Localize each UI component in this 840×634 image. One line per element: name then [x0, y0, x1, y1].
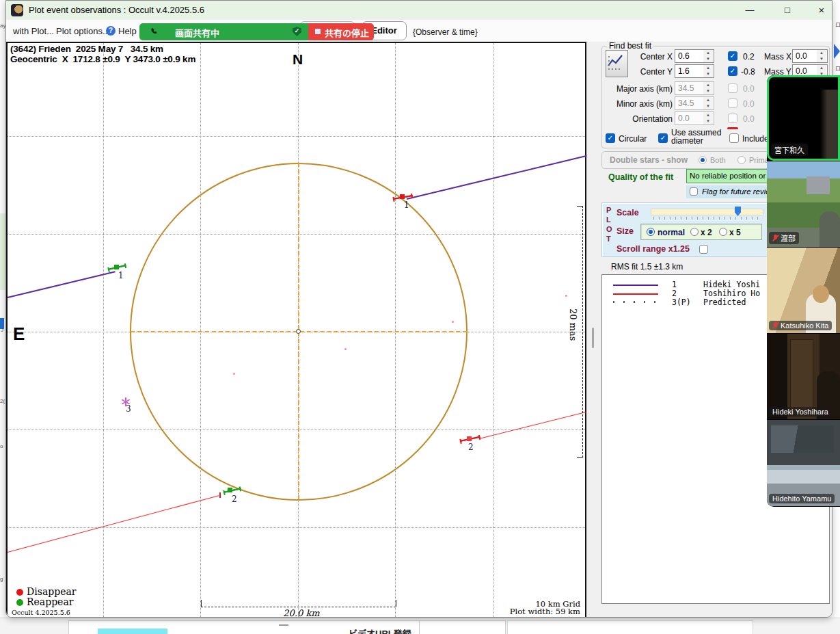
double-stars-primary-radio	[737, 156, 746, 164]
scale-bar-line	[201, 607, 396, 607]
reappear-marker-1[interactable]	[114, 265, 119, 269]
building-fragment	[807, 176, 830, 194]
legend-name: Toshihiro Ho	[703, 289, 760, 298]
center-x-label: Center X	[625, 52, 673, 62]
chord-2-line-left	[8, 495, 219, 553]
mass-x-input[interactable]: 0.0▲▼	[792, 49, 828, 63]
minor-axis-offset: 0.0	[743, 99, 755, 109]
video-tile[interactable]: 宮下和久	[767, 75, 840, 161]
participant-silhouette	[820, 90, 838, 159]
minimize-button[interactable]: —	[739, 3, 761, 18]
scroll-range-label: Scroll range x1.25	[617, 244, 690, 254]
scale-bar-label: 20.0 km	[271, 608, 332, 618]
help-icon[interactable]: ?	[106, 26, 116, 36]
circular-label: Circular	[619, 134, 647, 144]
participant-silhouette	[819, 211, 840, 247]
plot-canvas[interactable]: (3642) Frieden 2025 May 7 34.5 km Geocen…	[6, 42, 586, 618]
video-tile[interactable]: Hidehito Yamamu	[767, 420, 840, 506]
legend-num: 3(P)	[672, 298, 691, 307]
double-stars-both-label: Both	[710, 156, 726, 164]
spinner[interactable]: ▲▼	[703, 65, 713, 77]
spinner: ▲▼	[703, 82, 713, 94]
stop-share-button[interactable]: 共有の停止	[308, 23, 374, 40]
field-star-dot	[344, 348, 347, 350]
door-fragment	[790, 339, 813, 414]
reappear-label: Reappear	[27, 596, 73, 607]
flag-review-checkbox[interactable]	[690, 187, 698, 196]
spinner[interactable]: ▲▼	[817, 50, 826, 62]
scale-slider-track[interactable]	[651, 209, 763, 215]
legend-name: Predicted	[703, 298, 746, 307]
legend-num: 1	[672, 280, 677, 289]
menu-help[interactable]: Help	[118, 26, 137, 36]
center-x-checkbox[interactable]: ✓	[728, 51, 737, 61]
menu-with-plot[interactable]: with Plot...	[13, 26, 54, 36]
participant-name: Katsuhiko Kita	[781, 321, 828, 330]
participant-name: 渡部	[781, 233, 796, 243]
background-scroll-dash[interactable]	[279, 624, 288, 626]
chord-label: 2	[468, 443, 474, 452]
chord-2-line-right	[479, 412, 586, 439]
center-y-checkbox[interactable]: ✓	[728, 66, 737, 76]
size-normal-radio[interactable]	[647, 228, 655, 236]
disappear-marker-2[interactable]	[467, 436, 472, 441]
sharing-label: 画面共有中	[175, 26, 219, 39]
major-axis-input: 34.5▲▼	[675, 81, 714, 95]
background-window-bottom: ビデオURL登録	[0, 618, 840, 634]
center-y-input[interactable]: 1.6▲▼	[675, 64, 714, 78]
scale-slider-ticks	[653, 217, 761, 220]
mass-x-label: Mass X	[764, 52, 791, 62]
chord-label: 1	[404, 200, 409, 210]
video-tile[interactable]: Katsuhiko Kita	[767, 248, 840, 333]
gridline-v	[103, 43, 104, 617]
minor-axis-value: 34.5	[678, 98, 694, 108]
disappear-marker-1[interactable]	[400, 194, 405, 199]
video-tile[interactable]: Hideki Yoshihara	[767, 334, 840, 419]
mas-bracket-label: 20 mas	[568, 308, 578, 341]
scroll-range-checkbox[interactable]	[699, 245, 708, 254]
reappear-marker-2[interactable]	[228, 488, 232, 492]
size-x2-radio[interactable]	[690, 228, 699, 236]
scale-label: Scale	[617, 208, 639, 217]
orientation-checkbox	[728, 114, 737, 123]
center-x-input[interactable]: 0.6▲▼	[675, 49, 714, 63]
tab-observer-time[interactable]: {Observer & time}	[413, 27, 478, 37]
center-y-offset: -0.8	[741, 67, 755, 77]
video-url-button[interactable]: ビデオURL登録	[349, 626, 417, 634]
center-y-label: Center Y	[625, 67, 673, 77]
include-mass-checkbox[interactable]	[729, 133, 739, 143]
red-dash-indicator	[727, 127, 738, 129]
major-axis-value: 34.5	[678, 83, 694, 93]
field-star-dot	[233, 373, 235, 375]
scrollbar-thumb[interactable]	[592, 328, 594, 348]
plot-letter-l: L	[606, 215, 611, 224]
title-bar[interactable]: Plot event observations : Occult v.4.202…	[6, 1, 832, 20]
video-tile[interactable]: 渡部	[767, 161, 840, 247]
video-participants-strip: 宮下和久 渡部 Katsuhiko Kita Hideki Yoshihara …	[767, 75, 840, 507]
quality-label: Quality of the fit	[608, 172, 673, 182]
background-cyan-button[interactable]	[98, 629, 167, 634]
center-y-value: 1.6	[678, 66, 690, 76]
legend-name: Hideki Yoshi	[703, 280, 760, 289]
menu-plot-options[interactable]: Plot options...	[56, 26, 110, 36]
minor-axis-checkbox	[728, 98, 737, 108]
center-x-offset: 0.2	[743, 52, 755, 62]
disappear-dot	[16, 589, 23, 596]
plot-vertical-scrollbar[interactable]	[588, 42, 597, 618]
circular-checkbox[interactable]: ✓	[606, 133, 615, 143]
orientation-offset: 0.0	[743, 114, 755, 124]
field-star-dot	[452, 321, 454, 323]
maximize-button[interactable]: □	[776, 3, 798, 18]
size-x5-radio[interactable]	[719, 228, 727, 236]
close-button[interactable]: ×	[811, 3, 832, 18]
occult-window: Plot event observations : Occult v.4.202…	[5, 0, 832, 618]
chord-1-line-right	[407, 155, 587, 200]
double-stars-both-radio	[699, 156, 707, 164]
spinner[interactable]: ▲▼	[703, 50, 713, 62]
center-x-value: 0.6	[678, 51, 690, 61]
background-panel	[507, 620, 753, 634]
spinner: ▲▼	[703, 97, 713, 109]
participant-head	[813, 285, 829, 303]
mic-muted-icon	[772, 235, 778, 242]
use-assumed-checkbox[interactable]: ✓	[658, 133, 668, 143]
